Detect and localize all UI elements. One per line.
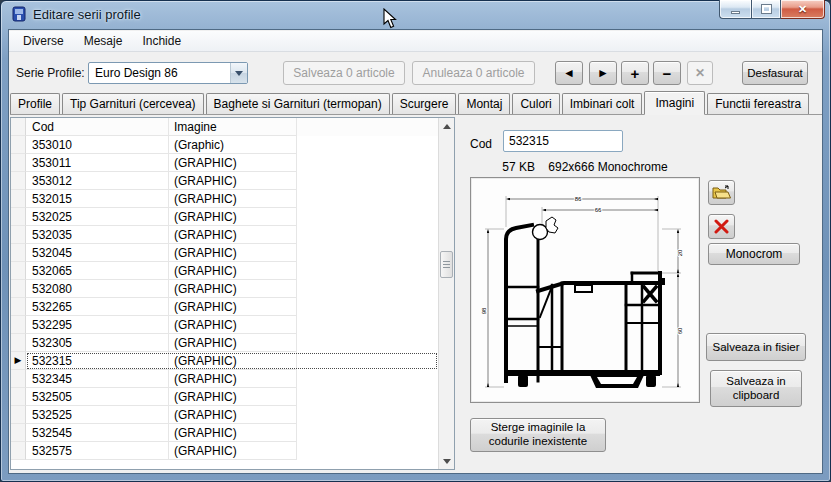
cod-cell[interactable]: 353011	[26, 154, 169, 172]
tab-imbinari-colt[interactable]: Imbinari colt	[562, 93, 643, 114]
save-to-clipboard-button[interactable]: Salveaza in clipboard	[710, 370, 802, 407]
table-row[interactable]: 532295(GRAPHIC)	[11, 316, 438, 334]
cod-cell[interactable]: 532545	[26, 424, 169, 442]
cod-cell[interactable]: 532080	[26, 280, 169, 298]
cod-cell[interactable]: 532025	[26, 208, 169, 226]
imagine-cell[interactable]: (GRAPHIC)	[169, 262, 297, 280]
serie-profile-label: Serie Profile:	[16, 66, 85, 80]
cod-cell[interactable]: 532265	[26, 298, 169, 316]
tab-tip-garnituri-cercevea-[interactable]: Tip Garnituri (cercevea)	[62, 93, 204, 114]
remove-record-button[interactable]: −	[653, 61, 681, 85]
tab-baghete-si-garnituri-termopan-[interactable]: Baghete si Garnituri (termopan)	[206, 93, 390, 114]
imagine-cell[interactable]: (GRAPHIC)	[169, 406, 297, 424]
imagine-cell[interactable]: (GRAPHIC)	[169, 388, 297, 406]
open-image-button[interactable]	[708, 180, 735, 205]
table-row[interactable]: 532525(GRAPHIC)	[11, 406, 438, 424]
nav-next-button[interactable]: ►	[589, 61, 617, 85]
cancel-articles-button[interactable]: Anuleaza 0 articole	[412, 61, 535, 85]
table-row[interactable]: ▶532315(GRAPHIC)	[11, 352, 438, 370]
imagine-cell[interactable]: (GRAPHIC)	[169, 154, 297, 172]
menu-item-mesaje[interactable]: Mesaje	[74, 32, 133, 50]
desfasurat-button[interactable]: Desfasurat	[742, 61, 808, 85]
table-row[interactable]: 532045(GRAPHIC)	[11, 244, 438, 262]
table-row[interactable]: 532345(GRAPHIC)	[11, 370, 438, 388]
combobox-dropdown-button[interactable]	[230, 63, 247, 83]
save-to-file-button[interactable]: Salveaza in fisier	[706, 333, 806, 361]
cod-cell[interactable]: 532295	[26, 316, 169, 334]
menu-item-diverse[interactable]: Diverse	[13, 32, 74, 50]
imagine-cell[interactable]: (GRAPHIC)	[169, 244, 297, 262]
scroll-up-button[interactable]	[439, 118, 454, 134]
maximize-button[interactable]	[751, 0, 781, 19]
table-row[interactable]: 353011(GRAPHIC)	[11, 154, 438, 172]
row-indicator-cell	[11, 190, 26, 208]
scrollbar-thumb[interactable]	[440, 251, 453, 278]
monochrome-button[interactable]: Monocrom	[708, 243, 800, 265]
imagine-cell[interactable]: (GRAPHIC)	[169, 226, 297, 244]
table-row[interactable]: 532035(GRAPHIC)	[11, 226, 438, 244]
cod-cell[interactable]: 532035	[26, 226, 169, 244]
table-row[interactable]: 532080(GRAPHIC)	[11, 280, 438, 298]
title-bar[interactable]: Editare serii profile ✕	[0, 0, 831, 29]
cod-column-header[interactable]: Cod	[26, 118, 169, 136]
imagine-cell[interactable]: (GRAPHIC)	[169, 352, 297, 370]
imagine-cell[interactable]: (GRAPHIC)	[169, 280, 297, 298]
table-row[interactable]: 532265(GRAPHIC)	[11, 298, 438, 316]
imagine-cell[interactable]: (GRAPHIC)	[169, 424, 297, 442]
table-row[interactable]: 532575(GRAPHIC)	[11, 442, 438, 460]
imagine-cell[interactable]: (GRAPHIC)	[169, 334, 297, 352]
tab-profile[interactable]: Profile	[10, 93, 60, 114]
dim-left-height: 98	[481, 307, 487, 314]
tab-montaj[interactable]: Montaj	[458, 93, 510, 114]
imagine-cell[interactable]: (GRAPHIC)	[169, 298, 297, 316]
imagine-column-header[interactable]: Imagine	[169, 118, 297, 136]
cod-cell[interactable]: 532575	[26, 442, 169, 460]
table-row[interactable]: 353012(GRAPHIC)	[11, 172, 438, 190]
add-record-button[interactable]: +	[621, 61, 649, 85]
table-row[interactable]: 532065(GRAPHIC)	[11, 262, 438, 280]
cod-input[interactable]	[503, 130, 623, 152]
imagine-cell[interactable]: (GRAPHIC)	[169, 442, 297, 460]
scroll-down-button[interactable]	[439, 453, 454, 469]
serie-profile-combobox[interactable]: Euro Design 86	[88, 62, 248, 84]
close-button[interactable]: ✕	[781, 0, 825, 19]
tab-scurgere[interactable]: Scurgere	[392, 93, 457, 114]
delete-missing-images-button[interactable]: Sterge imaginile la codurile inexistente	[470, 418, 606, 452]
table-row[interactable]: 532505(GRAPHIC)	[11, 388, 438, 406]
arrow-left-icon: ◄	[563, 66, 575, 80]
table-row[interactable]: 532305(GRAPHIC)	[11, 334, 438, 352]
row-indicator-cell	[11, 208, 26, 226]
menu-item-inchide[interactable]: Inchide	[132, 32, 191, 50]
imagine-cell[interactable]: (Graphic)	[169, 136, 297, 154]
window-title: Editare serii profile	[33, 7, 141, 22]
delete-image-button[interactable]	[708, 214, 735, 239]
imagine-cell[interactable]: (GRAPHIC)	[169, 316, 297, 334]
imagine-cell[interactable]: (GRAPHIC)	[169, 190, 297, 208]
table-row[interactable]: 532025(GRAPHIC)	[11, 208, 438, 226]
cod-cell[interactable]: 353010	[26, 136, 169, 154]
cod-cell[interactable]: 532525	[26, 406, 169, 424]
imagine-cell[interactable]: (GRAPHIC)	[169, 370, 297, 388]
nav-prev-button[interactable]: ◄	[555, 61, 583, 85]
tab-functii-fereastra[interactable]: Functii fereastra	[707, 93, 809, 114]
table-row[interactable]: 532545(GRAPHIC)	[11, 424, 438, 442]
cod-cell[interactable]: 532015	[26, 190, 169, 208]
cod-cell[interactable]: 532045	[26, 244, 169, 262]
maximize-icon	[762, 5, 771, 13]
cod-cell[interactable]: 532315	[26, 352, 169, 370]
delete-record-button[interactable]: ✕	[687, 61, 713, 85]
imagine-cell[interactable]: (GRAPHIC)	[169, 208, 297, 226]
vertical-scrollbar[interactable]	[438, 118, 454, 469]
imagine-cell[interactable]: (GRAPHIC)	[169, 172, 297, 190]
cod-cell[interactable]: 532345	[26, 370, 169, 388]
save-articles-button[interactable]: Salveaza 0 articole	[283, 61, 405, 85]
cod-cell[interactable]: 532065	[26, 262, 169, 280]
cod-cell[interactable]: 532505	[26, 388, 169, 406]
tab-culori[interactable]: Culori	[512, 93, 559, 114]
tab-imagini[interactable]: Imagini	[644, 91, 705, 115]
table-row[interactable]: 353010(Graphic)	[11, 136, 438, 154]
table-row[interactable]: 532015(GRAPHIC)	[11, 190, 438, 208]
cod-cell[interactable]: 532305	[26, 334, 169, 352]
cod-cell[interactable]: 353012	[26, 172, 169, 190]
minimize-button[interactable]	[719, 0, 751, 19]
